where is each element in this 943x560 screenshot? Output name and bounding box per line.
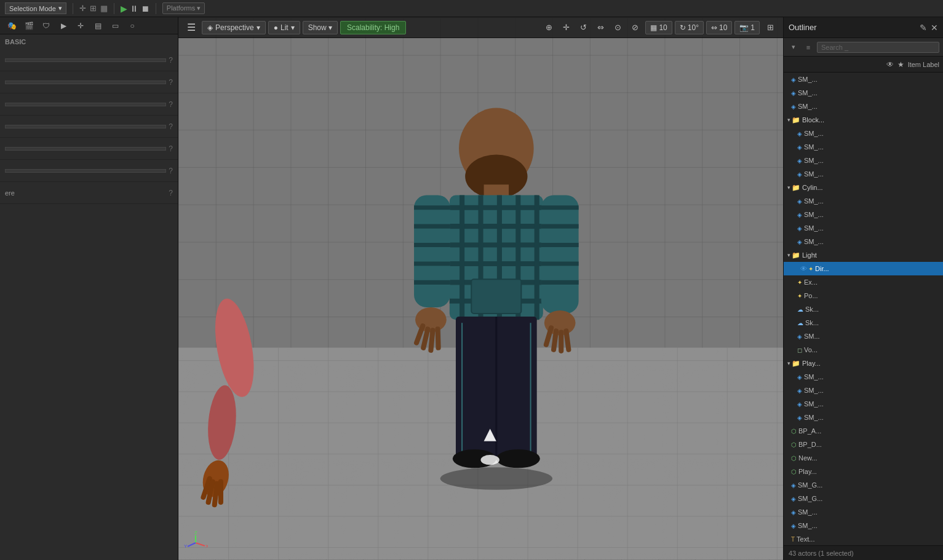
panel-input-4[interactable] <box>5 147 166 151</box>
perspective-button[interactable]: ◈ Perspective ▾ <box>202 21 266 34</box>
platforms-button[interactable]: Platforms ▾ <box>162 2 205 14</box>
panel-input-0[interactable] <box>5 58 166 62</box>
top-bar: Selection Mode ▾ ✛ ⊞ ▦ ▶ ⏸ ⏹ Platforms ▾ <box>0 0 943 17</box>
list-item[interactable]: ◈ SM_... <box>784 221 943 235</box>
list-item[interactable]: ◻ Vo... <box>784 343 943 357</box>
help-icon-0[interactable]: ? <box>169 56 173 65</box>
blueprint-icon: ⬡ <box>791 468 797 475</box>
list-item[interactable]: ⬡ Play... <box>784 465 943 478</box>
filter-options-btn[interactable]: ≡ <box>802 41 814 53</box>
list-item-folder-light[interactable]: ▾ 📁 Light <box>784 248 943 262</box>
pause-button[interactable]: ⏸ <box>130 4 138 14</box>
scale-icon-btn[interactable]: ⇔ <box>592 20 608 36</box>
list-item[interactable]: ☁ Sk... <box>784 316 943 329</box>
viewport-menu-button[interactable]: ☰ <box>183 20 199 34</box>
circle-icon[interactable]: ○ <box>125 19 139 33</box>
transform2-icon[interactable]: ✛ <box>74 19 87 33</box>
list-item[interactable]: ◈ SM... <box>784 329 943 343</box>
grid-icon-small: ▦ <box>650 23 657 32</box>
list-item[interactable]: ◈ SM_... <box>784 73 943 86</box>
item-name: SM_... <box>804 143 939 151</box>
play-icon[interactable]: ▶ <box>57 19 70 33</box>
grid-size-btn[interactable]: ▦ 10 <box>645 21 672 34</box>
help-icon-1[interactable]: ? <box>169 78 173 87</box>
scale-snap-btn[interactable]: ⇔ 10 <box>706 21 732 34</box>
camera-icon[interactable]: 🎬 <box>22 19 36 33</box>
list-item[interactable]: ◈ SM_... <box>784 140 943 154</box>
camera-fov-btn[interactable]: 📷 1 <box>734 21 760 34</box>
list-item[interactable]: ◈ SM_... <box>784 505 943 519</box>
scale-snap-icon: ⇔ <box>711 23 717 32</box>
grid-icon[interactable]: ▦ <box>100 4 108 13</box>
outliner-search-input[interactable] <box>817 42 939 53</box>
outliner-pen-icon[interactable]: ✎ <box>920 23 927 33</box>
maximize-btn[interactable]: ⊞ <box>762 20 778 36</box>
list-item[interactable]: ☁ Sk... <box>784 302 943 316</box>
list-item[interactable]: ◈ SM_... <box>784 86 943 100</box>
svg-point-56 <box>440 467 552 489</box>
show-button[interactable]: Show ▾ <box>303 21 338 34</box>
list-item[interactable]: ◈ SM_... <box>784 167 943 181</box>
panel-input-2[interactable] <box>5 103 166 106</box>
list-item[interactable]: ◈ SM_... <box>784 519 943 532</box>
shield-icon[interactable]: 🛡 <box>39 19 53 33</box>
list-item[interactable]: ◈ SM_... <box>784 235 943 248</box>
list-item[interactable]: ⬡ BP_A... <box>784 424 943 438</box>
list-item[interactable]: ⬡ New... <box>784 451 943 465</box>
list-item[interactable]: ✦ Po... <box>784 289 943 302</box>
mesh-icon: ◈ <box>791 103 796 110</box>
list-item-folder[interactable]: ▾ 📁 Block... <box>784 113 943 127</box>
list-item[interactable]: ◈ SM_... <box>784 208 943 221</box>
translate-icon-btn[interactable]: ✛ <box>558 20 574 36</box>
rect-icon[interactable]: ▭ <box>108 19 122 33</box>
help-icon-3[interactable]: ? <box>169 122 173 131</box>
folder-icon: 📁 <box>792 116 800 124</box>
actor-icon[interactable]: 🎭 <box>5 19 18 33</box>
list-item[interactable]: ◈ SM_... <box>784 127 943 140</box>
play-button[interactable]: ▶ <box>121 4 127 14</box>
scale-snap-val: 10 <box>719 23 727 32</box>
help-icon-4[interactable]: ? <box>169 144 173 153</box>
outliner-close-button[interactable]: ✕ <box>931 23 938 33</box>
list-item-selected[interactable]: 👁 ✦ Dir... <box>784 262 943 275</box>
list-item[interactable]: ◈ SM_... <box>784 370 943 384</box>
list-item[interactable]: ⬡ BP_D... <box>784 438 943 451</box>
list-item[interactable]: T Text... <box>784 532 943 545</box>
panel-input-3[interactable] <box>5 125 166 128</box>
bounds-icon-btn[interactable]: ⊙ <box>610 20 626 36</box>
list-item[interactable]: ◈ SM_... <box>784 397 943 411</box>
list-item-folder[interactable]: ▾ 📁 Play... <box>784 357 943 370</box>
rotate-icon-btn[interactable]: ↺ <box>575 20 591 36</box>
list-item[interactable]: ✦ Ex... <box>784 275 943 289</box>
panel-input-5[interactable] <box>5 169 166 173</box>
transform-icon[interactable]: ✛ <box>79 4 86 13</box>
list-item[interactable]: ◈ SM_... <box>784 384 943 397</box>
rotation-snap-btn[interactable]: ↻ 10° <box>675 21 704 34</box>
list-item[interactable]: ◈ SM_... <box>784 154 943 167</box>
visibility-icon[interactable]: 👁 <box>798 264 808 274</box>
filter-dropdown-btn[interactable]: ▾ <box>787 41 800 53</box>
select-icon-btn[interactable]: ⊕ <box>541 20 557 36</box>
list-item[interactable]: ◈ SM_... <box>784 411 943 424</box>
help-icon-5[interactable]: ? <box>169 167 173 175</box>
snap-icon[interactable]: ⊞ <box>90 4 97 13</box>
list-item-folder[interactable]: ▾ 📁 Cylin... <box>784 181 943 194</box>
layers-icon[interactable]: ▤ <box>91 19 105 33</box>
scalability-badge[interactable]: Scalability: High <box>340 21 406 34</box>
camera-speed-btn[interactable]: ⊘ <box>627 20 643 36</box>
stop-button[interactable]: ⏹ <box>141 4 149 14</box>
help-icon-2[interactable]: ? <box>169 100 173 109</box>
list-item[interactable]: ◈ SM_... <box>784 100 943 113</box>
lit-button[interactable]: ● Lit ▾ <box>268 21 300 34</box>
mesh-icon: ◈ <box>791 495 796 502</box>
list-item[interactable]: ◈ SM_... <box>784 194 943 208</box>
list-item[interactable]: ◈ SM_G... <box>784 478 943 492</box>
mesh-icon: ◈ <box>791 523 796 529</box>
svg-line-49 <box>566 331 568 349</box>
panel-input-1[interactable] <box>5 81 166 84</box>
viewport-transform-icons: ⊕ ✛ ↺ ⇔ ⊙ ⊘ <box>541 20 643 36</box>
list-item[interactable]: ◈ SM_G... <box>784 492 943 505</box>
help-icon-6[interactable]: ? <box>169 189 173 197</box>
selection-mode-dropdown[interactable]: Selection Mode ▾ <box>5 2 66 14</box>
viewport[interactable]: ☰ ◈ Perspective ▾ ● Lit ▾ Show ▾ Scalabi… <box>178 17 783 560</box>
